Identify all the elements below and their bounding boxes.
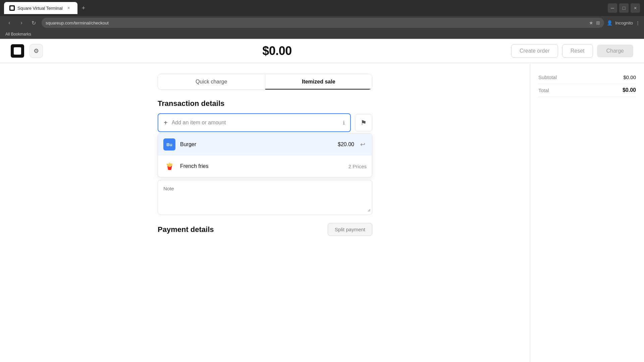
- itemized-sale-tab[interactable]: Itemized sale: [265, 74, 372, 89]
- payment-title: Payment details: [158, 225, 214, 234]
- quick-charge-tab[interactable]: Quick charge: [158, 74, 265, 89]
- item-thumb-fries: 🍟: [163, 160, 175, 172]
- create-order-button[interactable]: Create order: [511, 44, 558, 58]
- url-text: squareup.com/terminal/checkout: [46, 20, 586, 25]
- subtotal-row: Subtotal $0.00: [538, 71, 636, 84]
- browser-right-icons: 👤 Incognito ⋮: [607, 20, 640, 25]
- maximize-button[interactable]: □: [619, 3, 629, 13]
- bookmark-icon[interactable]: ★: [589, 20, 593, 25]
- charge-button[interactable]: Charge: [597, 45, 633, 57]
- forward-icon: ›: [20, 20, 22, 26]
- note-textarea[interactable]: [159, 182, 371, 212]
- reset-button[interactable]: Reset: [562, 44, 593, 58]
- tab-title: Square Virtual Terminal: [17, 6, 63, 11]
- bookmarks-label: All Bookmarks: [5, 32, 31, 37]
- tab-favicon: [9, 5, 15, 11]
- profile-icon[interactable]: 👤: [607, 20, 612, 25]
- item-avatar-burger: Bu: [163, 138, 175, 150]
- item-price-burger: $20.00: [338, 141, 354, 147]
- add-item-input[interactable]: + Add an item or amount ℹ: [158, 113, 351, 132]
- split-payment-button[interactable]: Split payment: [328, 223, 372, 236]
- items-dropdown: Bu Burger $20.00 ↩ 🍟 French fries 2 Pric…: [158, 133, 372, 177]
- active-tab[interactable]: Square Virtual Terminal ×: [4, 2, 77, 14]
- main-content: Quick charge Itemized sale Transaction d…: [0, 63, 644, 362]
- close-window-button[interactable]: ×: [631, 3, 640, 13]
- back-icon: ‹: [8, 20, 10, 26]
- header-amount: $0.00: [48, 44, 506, 58]
- logo-inner: [14, 47, 21, 55]
- item-name-burger: Burger: [180, 141, 333, 147]
- tab-switcher: Quick charge Itemized sale: [158, 74, 372, 90]
- transaction-section-title: Transaction details: [158, 99, 372, 108]
- payment-section: Payment details Split payment: [158, 223, 372, 236]
- square-logo: [11, 44, 24, 58]
- minimize-button[interactable]: ─: [608, 3, 617, 13]
- total-row: Total $0.00: [538, 84, 636, 97]
- app-header: ⚙ $0.00 Create order Reset Charge: [0, 39, 644, 63]
- tab-close-button[interactable]: ×: [65, 5, 72, 11]
- total-value: $0.00: [623, 87, 636, 93]
- right-panel: Subtotal $0.00 Total $0.00: [530, 63, 644, 362]
- extension-icon[interactable]: ⊞: [596, 20, 600, 25]
- tab-bar: Square Virtual Terminal × +: [4, 2, 88, 14]
- back-button[interactable]: ‹: [4, 17, 15, 28]
- filter-icon: ⚑: [361, 119, 367, 127]
- list-item[interactable]: Bu Burger $20.00 ↩: [158, 134, 372, 156]
- browser-chrome: Square Virtual Terminal × + ─ □ ×: [0, 0, 644, 16]
- address-bar-row: ‹ › ↻ squareup.com/terminal/checkout ★ ⊞…: [0, 16, 644, 29]
- item-name-fries: French fries: [180, 163, 344, 169]
- total-label: Total: [538, 87, 549, 93]
- payment-header: Payment details Split payment: [158, 223, 372, 236]
- address-icons: ★ ⊞: [589, 20, 600, 25]
- gear-icon: ⚙: [34, 47, 39, 55]
- add-item-bar: + Add an item or amount ℹ ⚑: [158, 113, 372, 132]
- settings-button[interactable]: ⚙: [30, 44, 43, 58]
- subtotal-label: Subtotal: [538, 74, 557, 80]
- refresh-icon: ↻: [32, 20, 36, 26]
- forward-button[interactable]: ›: [16, 17, 27, 28]
- delete-burger-icon[interactable]: ↩: [359, 139, 367, 149]
- filter-button[interactable]: ⚑: [355, 114, 372, 131]
- window-controls: ─ □ ×: [608, 3, 640, 13]
- info-icon: ℹ: [343, 120, 345, 126]
- subtotal-value: $0.00: [623, 74, 636, 80]
- incognito-label: Incognito: [615, 20, 633, 25]
- header-actions: Create order Reset Charge: [511, 44, 633, 58]
- menu-icon[interactable]: ⋮: [636, 20, 640, 25]
- address-bar[interactable]: squareup.com/terminal/checkout ★ ⊞: [42, 18, 604, 28]
- new-tab-button[interactable]: +: [79, 3, 88, 13]
- item-price-fries: 2 Prices: [348, 164, 367, 169]
- add-placeholder: Add an item or amount: [172, 120, 339, 126]
- browser-nav: ‹ › ↻: [4, 17, 39, 28]
- list-item[interactable]: 🍟 French fries 2 Prices: [158, 156, 372, 177]
- app-container: ⚙ $0.00 Create order Reset Charge Quick …: [0, 39, 644, 362]
- plus-icon: +: [164, 119, 168, 127]
- refresh-button[interactable]: ↻: [28, 17, 39, 28]
- bookmarks-bar: All Bookmarks: [0, 29, 644, 39]
